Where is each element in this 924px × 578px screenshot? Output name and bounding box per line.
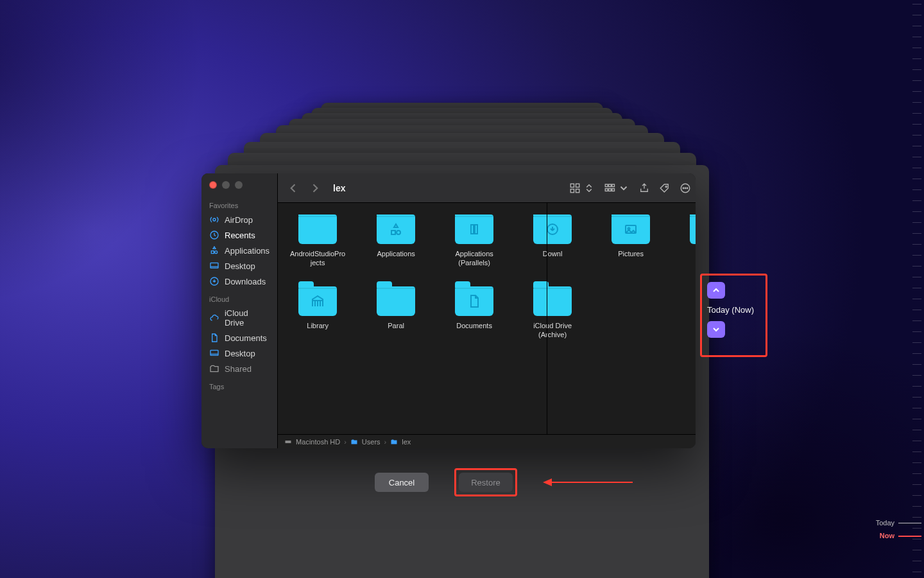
folder-label: iCloud Drive (Archive) xyxy=(524,321,581,339)
column-divider xyxy=(547,203,547,434)
folder-item[interactable]: Applications (Parallels) xyxy=(446,215,502,267)
action-buttons: Cancel Restore xyxy=(375,468,633,496)
folder-icon xyxy=(390,438,398,446)
group-by-button[interactable] xyxy=(604,182,629,194)
timeline-ruler[interactable] xyxy=(898,0,924,578)
sidebar-item-label: AirDrop xyxy=(225,215,253,225)
timeline-today-label: Today xyxy=(876,519,894,527)
folder-label: Public xyxy=(681,249,696,258)
svg-rect-2 xyxy=(210,263,218,268)
sidebar-item-recents[interactable]: Recents xyxy=(201,227,277,243)
chevron-right-icon: › xyxy=(344,438,346,446)
disk-icon xyxy=(284,438,292,446)
timeline-next-button[interactable] xyxy=(707,321,725,338)
restore-button-highlight: Restore xyxy=(454,468,517,496)
desktop-icon xyxy=(209,348,219,358)
folder-label: Downl xyxy=(524,249,581,258)
svg-rect-4 xyxy=(210,350,218,355)
folder-item[interactable]: Paral xyxy=(368,286,424,339)
svg-point-15 xyxy=(665,186,667,187)
folder-label: Paral xyxy=(368,321,424,330)
folder-label: AndroidStudioProjects xyxy=(289,249,346,267)
sidebar-item-documents[interactable]: Documents xyxy=(201,330,277,346)
path-segment[interactable]: lex xyxy=(402,438,411,446)
folder-icon xyxy=(350,438,358,446)
sidebar-item-label: Desktop xyxy=(225,349,255,358)
action-menu-button[interactable] xyxy=(680,182,696,194)
svg-rect-6 xyxy=(576,184,579,187)
shared-folder-icon xyxy=(209,363,219,374)
share-button[interactable] xyxy=(638,182,650,194)
folder-item[interactable]: AndroidStudioProjects xyxy=(289,215,346,267)
svg-rect-11 xyxy=(612,184,615,187)
download-icon xyxy=(209,276,219,286)
folder-item[interactable]: Public xyxy=(681,215,696,267)
chevron-right-icon: › xyxy=(384,438,387,446)
folder-item[interactable]: Downl xyxy=(524,215,581,267)
sidebar-item-applications[interactable]: Applications xyxy=(201,243,277,258)
sidebar-item-downloads[interactable]: Downloads xyxy=(201,274,277,289)
folder-icon xyxy=(455,286,493,316)
finder-window: Favorites AirDrop Recents Applications D… xyxy=(201,173,696,448)
timeline-navigator-highlight: Today (Now) xyxy=(700,274,767,357)
folder-item[interactable]: Applications xyxy=(368,215,424,267)
svg-rect-27 xyxy=(286,441,291,443)
svg-point-0 xyxy=(213,218,216,221)
folder-icon xyxy=(298,286,337,316)
sidebar-item-label: Shared xyxy=(225,364,252,374)
airdrop-icon xyxy=(209,215,219,225)
svg-rect-14 xyxy=(612,188,615,191)
sidebar-item-airdrop[interactable]: AirDrop xyxy=(201,212,277,227)
toolbar: lex xyxy=(278,173,696,203)
annotation-arrow xyxy=(543,476,633,489)
content-area: AndroidStudioProjectsApplicationsApplica… xyxy=(278,203,696,434)
folder-icon xyxy=(533,286,572,316)
cloud-icon xyxy=(209,313,219,323)
path-segment[interactable]: Users xyxy=(362,438,381,446)
document-icon xyxy=(209,333,219,343)
zoom-button[interactable] xyxy=(235,181,243,189)
folder-item[interactable]: Pictures xyxy=(603,215,659,267)
sidebar-group-icloud: iCloud xyxy=(201,289,277,306)
timeline-now-label: Now xyxy=(880,532,894,539)
sidebar-group-favorites: Favorites xyxy=(201,195,277,212)
minimize-button[interactable] xyxy=(222,181,230,189)
folder-icon xyxy=(298,215,337,244)
sidebar-item-label: Documents xyxy=(225,333,267,343)
view-mode-button[interactable] xyxy=(569,182,595,194)
folder-label: Pictures xyxy=(603,249,659,258)
sidebar-item-shared[interactable]: Shared xyxy=(201,361,277,376)
path-segment[interactable]: Macintosh HD xyxy=(296,438,340,446)
folder-label: Applications (Parallels) xyxy=(446,249,502,267)
cancel-button[interactable]: Cancel xyxy=(375,473,429,492)
forward-button[interactable] xyxy=(309,182,321,195)
restore-button[interactable]: Restore xyxy=(459,473,513,492)
svg-rect-13 xyxy=(609,188,612,191)
svg-rect-9 xyxy=(605,184,608,187)
folder-label: Library xyxy=(289,321,346,330)
folder-icon xyxy=(377,215,415,244)
svg-rect-22 xyxy=(475,225,477,234)
sidebar-item-label: Applications xyxy=(225,246,270,256)
close-button[interactable] xyxy=(209,181,217,189)
svg-rect-5 xyxy=(570,184,574,187)
folder-item[interactable]: Library xyxy=(289,286,346,339)
sidebar-item-label: Desktop xyxy=(225,261,255,271)
svg-point-18 xyxy=(685,188,686,189)
tag-button[interactable] xyxy=(659,182,671,194)
path-bar: Macintosh HD › Users › lex xyxy=(278,434,696,448)
sidebar-item-icloud-drive[interactable]: iCloud Drive xyxy=(201,306,277,330)
sidebar-item-icloud-desktop[interactable]: Desktop xyxy=(201,346,277,361)
svg-marker-29 xyxy=(543,478,552,486)
app-icon xyxy=(209,245,219,256)
folder-icon xyxy=(690,215,696,244)
sidebar: Favorites AirDrop Recents Applications D… xyxy=(201,173,278,448)
back-button[interactable] xyxy=(287,182,300,195)
folder-item[interactable]: Documents xyxy=(446,286,502,339)
folder-item[interactable]: iCloud Drive (Archive) xyxy=(524,286,581,339)
sidebar-item-desktop[interactable]: Desktop xyxy=(201,258,277,274)
folder-icon xyxy=(612,215,650,244)
sidebar-group-tags: Tags xyxy=(201,376,277,393)
timeline-prev-button[interactable] xyxy=(707,282,725,299)
svg-point-19 xyxy=(687,188,688,189)
